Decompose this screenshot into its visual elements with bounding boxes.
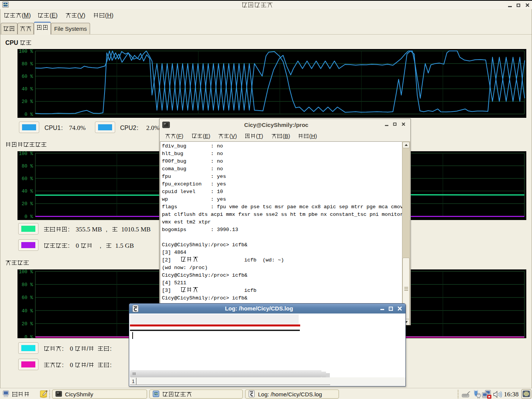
svg-text:40 %: 40 %	[22, 189, 33, 194]
svg-text:60 %: 60 %	[22, 295, 33, 301]
svg-text:20 %: 20 %	[22, 99, 33, 104]
svg-text:20 %: 20 %	[22, 201, 33, 207]
svg-text:100 %: 100 %	[19, 269, 33, 275]
svg-text:80 %: 80 %	[22, 282, 33, 288]
svg-text:0 %: 0 %	[24, 112, 33, 117]
svg-text:20 %: 20 %	[22, 321, 33, 327]
svg-text:60 %: 60 %	[22, 176, 33, 182]
svg-text:80 %: 80 %	[22, 164, 33, 169]
svg-text:0 %: 0 %	[24, 335, 33, 339]
svg-text:40 %: 40 %	[22, 87, 33, 92]
svg-text:60 %: 60 %	[22, 74, 33, 79]
svg-text:100 %: 100 %	[19, 151, 33, 157]
svg-text:40 %: 40 %	[22, 309, 33, 314]
svg-text:0 %: 0 %	[24, 214, 33, 220]
svg-text:100 %: 100 %	[19, 49, 33, 54]
svg-text:80 %: 80 %	[22, 62, 33, 67]
